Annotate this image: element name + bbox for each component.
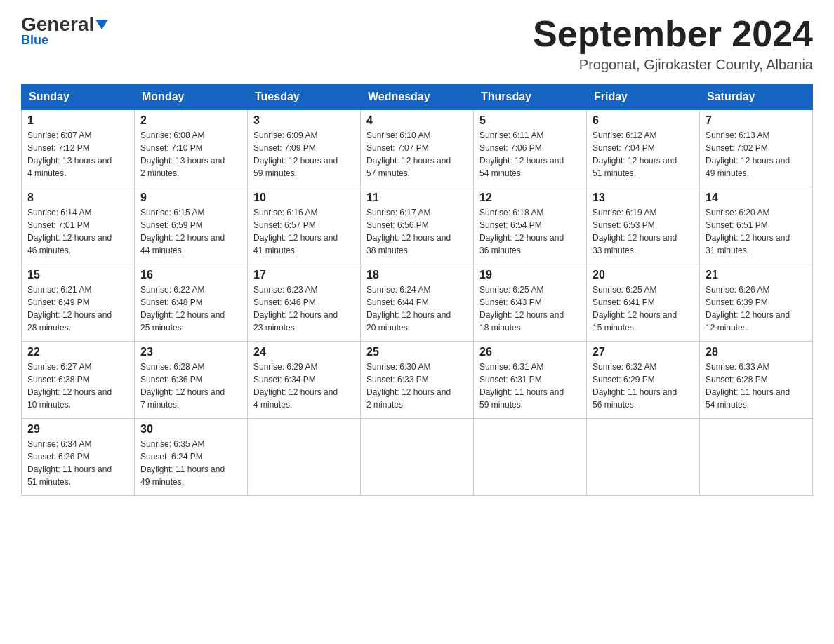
table-row	[474, 418, 587, 495]
day-info: Sunrise: 6:19 AM Sunset: 6:53 PM Dayligh…	[593, 206, 694, 257]
day-info: Sunrise: 6:11 AM Sunset: 7:06 PM Dayligh…	[479, 129, 581, 180]
table-row: 21 Sunrise: 6:26 AM Sunset: 6:39 PM Dayl…	[700, 264, 813, 341]
table-row: 24 Sunrise: 6:29 AM Sunset: 6:34 PM Dayl…	[248, 341, 361, 418]
day-info: Sunrise: 6:25 AM Sunset: 6:41 PM Dayligh…	[593, 283, 694, 334]
day-info: Sunrise: 6:30 AM Sunset: 6:33 PM Dayligh…	[366, 361, 468, 411]
day-info: Sunrise: 6:13 AM Sunset: 7:02 PM Dayligh…	[706, 129, 807, 180]
calendar-header-row: Sunday Monday Tuesday Wednesday Thursday…	[22, 85, 813, 110]
day-info: Sunrise: 6:17 AM Sunset: 6:56 PM Dayligh…	[366, 206, 468, 257]
table-row: 17 Sunrise: 6:23 AM Sunset: 6:46 PM Dayl…	[248, 264, 361, 341]
day-info: Sunrise: 6:29 AM Sunset: 6:34 PM Dayligh…	[253, 361, 355, 411]
day-number: 1	[27, 114, 128, 127]
day-info: Sunrise: 6:22 AM Sunset: 6:48 PM Dayligh…	[140, 283, 241, 334]
table-row: 25 Sunrise: 6:30 AM Sunset: 6:33 PM Dayl…	[361, 341, 474, 418]
day-number: 20	[593, 269, 694, 281]
day-number: 6	[593, 114, 694, 127]
day-number: 2	[140, 114, 241, 127]
table-row: 5 Sunrise: 6:11 AM Sunset: 7:06 PM Dayli…	[474, 109, 587, 187]
day-number: 13	[593, 192, 694, 204]
calendar-week-row: 29 Sunrise: 6:34 AM Sunset: 6:26 PM Dayl…	[22, 418, 813, 495]
day-number: 15	[27, 269, 128, 281]
day-info: Sunrise: 6:24 AM Sunset: 6:44 PM Dayligh…	[366, 283, 468, 334]
table-row: 14 Sunrise: 6:20 AM Sunset: 6:51 PM Dayl…	[700, 187, 813, 264]
day-number: 22	[27, 346, 128, 358]
table-row: 13 Sunrise: 6:19 AM Sunset: 6:53 PM Dayl…	[587, 187, 700, 264]
table-row	[587, 418, 700, 495]
table-row: 2 Sunrise: 6:08 AM Sunset: 7:10 PM Dayli…	[135, 109, 248, 187]
table-row: 1 Sunrise: 6:07 AM Sunset: 7:12 PM Dayli…	[22, 109, 135, 187]
table-row: 30 Sunrise: 6:35 AM Sunset: 6:24 PM Dayl…	[135, 418, 248, 495]
day-info: Sunrise: 6:20 AM Sunset: 6:51 PM Dayligh…	[706, 206, 807, 257]
table-row: 22 Sunrise: 6:27 AM Sunset: 6:38 PM Dayl…	[22, 341, 135, 418]
day-info: Sunrise: 6:07 AM Sunset: 7:12 PM Dayligh…	[27, 129, 128, 180]
day-number: 28	[706, 346, 807, 358]
table-row: 10 Sunrise: 6:16 AM Sunset: 6:57 PM Dayl…	[248, 187, 361, 264]
table-row: 16 Sunrise: 6:22 AM Sunset: 6:48 PM Dayl…	[135, 264, 248, 341]
day-info: Sunrise: 6:26 AM Sunset: 6:39 PM Dayligh…	[706, 283, 807, 334]
table-row: 19 Sunrise: 6:25 AM Sunset: 6:43 PM Dayl…	[474, 264, 587, 341]
day-number: 14	[706, 192, 807, 204]
day-info: Sunrise: 6:25 AM Sunset: 6:43 PM Dayligh…	[479, 283, 581, 334]
table-row: 20 Sunrise: 6:25 AM Sunset: 6:41 PM Dayl…	[587, 264, 700, 341]
day-number: 27	[593, 346, 694, 358]
calendar-week-row: 1 Sunrise: 6:07 AM Sunset: 7:12 PM Dayli…	[22, 109, 813, 187]
table-row: 27 Sunrise: 6:32 AM Sunset: 6:29 PM Dayl…	[587, 341, 700, 418]
day-info: Sunrise: 6:28 AM Sunset: 6:36 PM Dayligh…	[140, 361, 241, 411]
table-row: 4 Sunrise: 6:10 AM Sunset: 7:07 PM Dayli…	[361, 109, 474, 187]
day-number: 4	[366, 114, 468, 127]
col-monday: Monday	[135, 85, 248, 110]
calendar-week-row: 8 Sunrise: 6:14 AM Sunset: 7:01 PM Dayli…	[22, 187, 813, 264]
day-number: 17	[253, 269, 355, 281]
table-row: 11 Sunrise: 6:17 AM Sunset: 6:56 PM Dayl…	[361, 187, 474, 264]
day-info: Sunrise: 6:09 AM Sunset: 7:09 PM Dayligh…	[253, 129, 355, 180]
table-row: 12 Sunrise: 6:18 AM Sunset: 6:54 PM Dayl…	[474, 187, 587, 264]
day-info: Sunrise: 6:21 AM Sunset: 6:49 PM Dayligh…	[27, 283, 128, 334]
day-number: 18	[366, 269, 468, 281]
col-thursday: Thursday	[474, 85, 587, 110]
table-row: 9 Sunrise: 6:15 AM Sunset: 6:59 PM Dayli…	[135, 187, 248, 264]
day-number: 16	[140, 269, 241, 281]
table-row: 23 Sunrise: 6:28 AM Sunset: 6:36 PM Dayl…	[135, 341, 248, 418]
day-info: Sunrise: 6:32 AM Sunset: 6:29 PM Dayligh…	[593, 361, 694, 411]
table-row: 8 Sunrise: 6:14 AM Sunset: 7:01 PM Dayli…	[22, 187, 135, 264]
table-row: 29 Sunrise: 6:34 AM Sunset: 6:26 PM Dayl…	[22, 418, 135, 495]
table-row	[361, 418, 474, 495]
col-sunday: Sunday	[22, 85, 135, 110]
day-number: 25	[366, 346, 468, 358]
calendar-week-row: 15 Sunrise: 6:21 AM Sunset: 6:49 PM Dayl…	[22, 264, 813, 341]
day-number: 21	[706, 269, 807, 281]
day-number: 29	[27, 423, 128, 436]
day-number: 8	[27, 192, 128, 204]
table-row: 7 Sunrise: 6:13 AM Sunset: 7:02 PM Dayli…	[700, 109, 813, 187]
day-number: 11	[366, 192, 468, 204]
calendar-table: Sunday Monday Tuesday Wednesday Thursday…	[21, 84, 813, 496]
day-number: 9	[140, 192, 241, 204]
table-row	[700, 418, 813, 495]
logo-blue: Blue	[21, 33, 48, 48]
calendar-title: September 2024	[533, 14, 813, 54]
calendar-title-area: September 2024 Progonat, Gjirokaster Cou…	[533, 14, 813, 73]
day-number: 30	[140, 423, 241, 436]
day-info: Sunrise: 6:35 AM Sunset: 6:24 PM Dayligh…	[140, 438, 241, 488]
day-number: 5	[479, 114, 581, 127]
day-number: 19	[479, 269, 581, 281]
day-number: 23	[140, 346, 241, 358]
table-row: 15 Sunrise: 6:21 AM Sunset: 6:49 PM Dayl…	[22, 264, 135, 341]
day-info: Sunrise: 6:14 AM Sunset: 7:01 PM Dayligh…	[27, 206, 128, 257]
day-number: 24	[253, 346, 355, 358]
day-number: 3	[253, 114, 355, 127]
day-info: Sunrise: 6:10 AM Sunset: 7:07 PM Dayligh…	[366, 129, 468, 180]
table-row: 18 Sunrise: 6:24 AM Sunset: 6:44 PM Dayl…	[361, 264, 474, 341]
day-info: Sunrise: 6:18 AM Sunset: 6:54 PM Dayligh…	[479, 206, 581, 257]
day-info: Sunrise: 6:31 AM Sunset: 6:31 PM Dayligh…	[479, 361, 581, 411]
calendar-week-row: 22 Sunrise: 6:27 AM Sunset: 6:38 PM Dayl…	[22, 341, 813, 418]
table-row: 6 Sunrise: 6:12 AM Sunset: 7:04 PM Dayli…	[587, 109, 700, 187]
day-info: Sunrise: 6:23 AM Sunset: 6:46 PM Dayligh…	[253, 283, 355, 334]
logo-triangle-icon	[95, 20, 108, 29]
table-row	[248, 418, 361, 495]
day-info: Sunrise: 6:08 AM Sunset: 7:10 PM Dayligh…	[140, 129, 241, 180]
day-info: Sunrise: 6:16 AM Sunset: 6:57 PM Dayligh…	[253, 206, 355, 257]
day-number: 10	[253, 192, 355, 204]
day-info: Sunrise: 6:33 AM Sunset: 6:28 PM Dayligh…	[706, 361, 807, 411]
day-info: Sunrise: 6:12 AM Sunset: 7:04 PM Dayligh…	[593, 129, 694, 180]
